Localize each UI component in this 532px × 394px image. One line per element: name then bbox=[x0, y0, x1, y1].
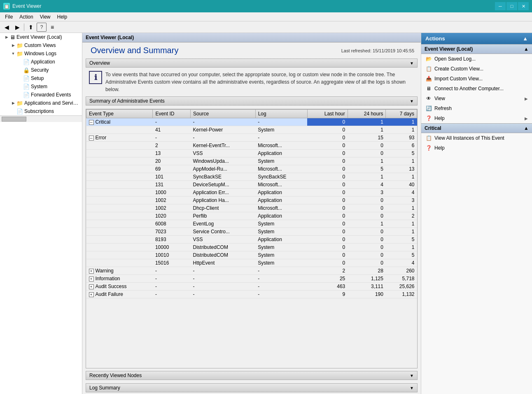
tree-node-security[interactable]: 🔒 Security bbox=[0, 66, 82, 74]
action-refresh[interactable]: 🔄 Refresh bbox=[421, 103, 532, 113]
table-cell-lastHour: 0 bbox=[307, 126, 348, 134]
menu-file[interactable]: File bbox=[2, 13, 16, 21]
table-cell-lastHour: 9 bbox=[307, 291, 348, 298]
expand-btn[interactable]: + bbox=[89, 277, 94, 281]
table-row[interactable] bbox=[86, 165, 153, 173]
minimize-button[interactable]: ─ bbox=[495, 2, 506, 10]
table-row[interactable] bbox=[86, 220, 153, 228]
tree-node-system[interactable]: 📄 System bbox=[0, 82, 82, 91]
toolbar-back[interactable]: ◀ bbox=[2, 23, 12, 32]
action-connect-computer[interactable]: 🖥 Connect to Another Computer... bbox=[421, 84, 532, 94]
icon-security: 🔒 bbox=[23, 67, 30, 73]
menu-help[interactable]: Help bbox=[54, 13, 71, 21]
table-cell-log: System bbox=[255, 228, 307, 236]
toggle-app-services[interactable]: ▶ bbox=[10, 101, 16, 105]
critical-section-toggle[interactable]: ▲ bbox=[524, 125, 529, 131]
toggle-custom-views[interactable]: ▶ bbox=[10, 43, 16, 47]
table-row[interactable] bbox=[86, 204, 153, 212]
tree-node-app-services[interactable]: ▶ 📁 Applications and Services Lo... bbox=[0, 99, 82, 107]
log-summary-header[interactable]: Log Summary ▼ bbox=[86, 383, 418, 392]
action-help[interactable]: ❓ Help ▶ bbox=[421, 113, 532, 123]
create-custom-view-icon: 📋 bbox=[425, 66, 432, 72]
table-row[interactable]: ─Critical bbox=[86, 118, 153, 126]
expand-btn[interactable]: ─ bbox=[89, 136, 94, 141]
table-cell-id: - bbox=[153, 291, 191, 298]
action-open-saved-log[interactable]: 📂 Open Saved Log... bbox=[421, 54, 532, 64]
table-cell-source: - bbox=[191, 267, 256, 275]
info-icon: ℹ bbox=[89, 71, 102, 84]
table-row[interactable] bbox=[86, 197, 153, 204]
tree-node-application[interactable]: 📄 Application bbox=[0, 58, 82, 66]
table-row[interactable]: +Audit Success bbox=[86, 283, 153, 291]
table-row[interactable] bbox=[86, 142, 153, 150]
table-row[interactable]: ─Error bbox=[86, 134, 153, 142]
toolbar-forward[interactable]: ▶ bbox=[12, 23, 22, 32]
expand-btn[interactable]: + bbox=[89, 284, 94, 289]
table-row[interactable] bbox=[86, 126, 153, 134]
summary-section-header[interactable]: Summary of Administrative Events ▼ bbox=[86, 96, 418, 106]
log-summary-toggle[interactable]: ▼ bbox=[410, 386, 414, 390]
tree-node-custom-views[interactable]: ▶ 📁 Custom Views bbox=[0, 41, 82, 49]
toolbar-up[interactable]: ⬆ bbox=[26, 23, 36, 32]
table-cell-days7: 3 bbox=[386, 197, 417, 204]
tree-node-forwarded-events[interactable]: 📄 Forwarded Events bbox=[0, 91, 82, 99]
table-row[interactable]: +Information bbox=[86, 275, 153, 283]
table-row[interactable] bbox=[86, 181, 153, 189]
table-row[interactable] bbox=[86, 212, 153, 220]
table-row[interactable] bbox=[86, 244, 153, 251]
action-create-custom-view[interactable]: 📋 Create Custom View... bbox=[421, 64, 532, 74]
table-row[interactable] bbox=[86, 259, 153, 267]
table-row[interactable] bbox=[86, 173, 153, 181]
table-cell-id: 13 bbox=[153, 150, 191, 157]
menu-view[interactable]: View bbox=[37, 13, 54, 21]
table-row[interactable]: +Warning bbox=[86, 267, 153, 275]
actions-collapse[interactable]: ▲ bbox=[523, 35, 528, 42]
tree-node-setup[interactable]: 📄 Setup bbox=[0, 74, 82, 82]
table-row[interactable] bbox=[86, 150, 153, 157]
tree-node-event-viewer[interactable]: ▶ 🖥 Event Viewer (Local) bbox=[0, 33, 82, 41]
critical-help-icon: ❓ bbox=[425, 145, 432, 151]
table-row[interactable] bbox=[86, 236, 153, 244]
action-import-custom-view[interactable]: 📥 Import Custom View... bbox=[421, 74, 532, 84]
summary-table: Event Type Event ID Source Log Last hour… bbox=[86, 109, 417, 298]
toolbar-menu[interactable]: ≡ bbox=[47, 23, 57, 32]
table-cell-h24: 1 bbox=[348, 157, 386, 165]
actions-ev-section: Event Viewer (Local) ▲ bbox=[421, 44, 532, 54]
tree-node-subscriptions[interactable]: 📄 Subscriptions bbox=[0, 107, 82, 115]
left-panel: ▶ 🖥 Event Viewer (Local) ▶ 📁 Custom View… bbox=[0, 33, 82, 394]
toolbar-help[interactable]: ? bbox=[37, 23, 47, 32]
table-cell-days7: 1 bbox=[386, 228, 417, 236]
menu-action[interactable]: Action bbox=[16, 13, 36, 21]
table-cell-log: - bbox=[255, 283, 307, 291]
table-row[interactable]: +Audit Failure bbox=[86, 291, 153, 298]
icon-setup: 📄 bbox=[23, 75, 30, 82]
table-row[interactable] bbox=[86, 228, 153, 236]
table-row[interactable] bbox=[86, 251, 153, 259]
expand-btn[interactable]: + bbox=[89, 269, 94, 274]
toggle-event-viewer[interactable]: ▶ bbox=[3, 35, 10, 39]
close-button[interactable]: ✕ bbox=[518, 2, 529, 10]
table-row[interactable] bbox=[86, 189, 153, 197]
expand-btn[interactable]: ─ bbox=[89, 120, 94, 125]
icon-application: 📄 bbox=[23, 59, 30, 65]
action-critical-help[interactable]: ❓ Help bbox=[421, 143, 532, 153]
view-icon: 👁 bbox=[425, 95, 432, 102]
panel-header: Event Viewer (Local) bbox=[82, 33, 421, 42]
recently-viewed-toggle[interactable]: ▼ bbox=[410, 373, 414, 378]
view-instances-icon: 📋 bbox=[425, 135, 432, 141]
recently-viewed-header[interactable]: Recently Viewed Nodes ▼ bbox=[86, 371, 418, 380]
expand-btn[interactable]: + bbox=[89, 292, 94, 297]
table-cell-id: 41 bbox=[153, 126, 191, 134]
horizontal-scrollbar[interactable] bbox=[0, 115, 82, 122]
overview-toggle[interactable]: ▼ bbox=[410, 61, 414, 66]
maximize-button[interactable]: □ bbox=[506, 2, 517, 10]
action-view-all-instances[interactable]: 📋 View All Instances of This Event bbox=[421, 133, 532, 143]
actions-ev-toggle[interactable]: ▲ bbox=[524, 46, 529, 52]
action-view-all-instances-label: View All Instances of This Event bbox=[434, 135, 504, 141]
table-row[interactable] bbox=[86, 157, 153, 165]
action-view[interactable]: 👁 View ▶ bbox=[421, 94, 532, 103]
tree-node-windows-logs[interactable]: ▼ 📁 Windows Logs bbox=[0, 49, 82, 58]
toggle-windows-logs[interactable]: ▼ bbox=[10, 52, 16, 56]
summary-toggle[interactable]: ▼ bbox=[410, 99, 414, 103]
overview-section-header[interactable]: Overview ▼ bbox=[86, 59, 418, 68]
